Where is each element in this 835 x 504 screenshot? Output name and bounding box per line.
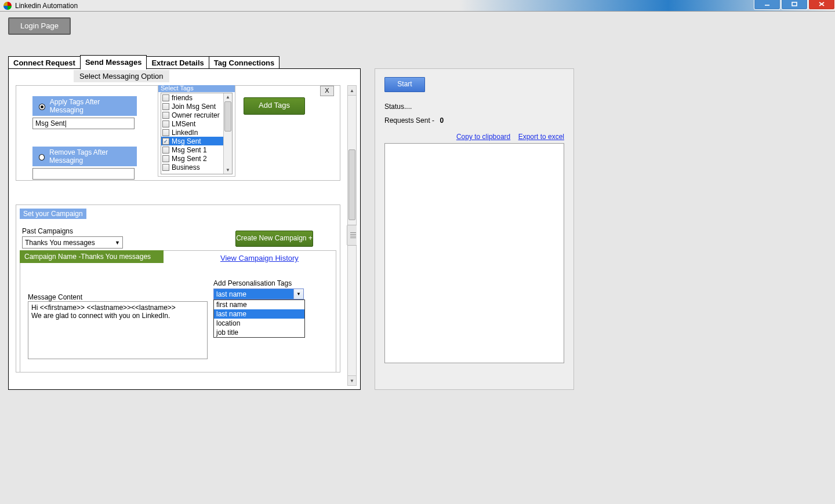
checkbox-icon[interactable] — [162, 94, 169, 101]
scroll-down-icon[interactable]: ▼ — [348, 375, 356, 385]
tags-list-inner: friends Join Msg Sent Owner recruiter LM… — [161, 93, 224, 174]
tag-item[interactable]: LMSent — [161, 119, 224, 128]
status-panel: Start Status.... Requests Sent - 0 Copy … — [375, 68, 574, 390]
campaign-section: Set your Campaign Past Campaigns Thanks … — [16, 204, 340, 372]
add-tags-button[interactable]: Add Tags — [244, 97, 305, 115]
tags-list[interactable]: friends Join Msg Sent Owner recruiter LM… — [161, 93, 233, 174]
checkbox-icon[interactable] — [162, 155, 169, 162]
scroll-thumb[interactable] — [348, 149, 355, 220]
scroll-up-icon[interactable]: ▲ — [224, 93, 232, 101]
send-messages-panel: Select Messaging Option Apply Tags After… — [8, 68, 361, 390]
tag-item[interactable]: Owner recruiter — [161, 111, 224, 119]
chevron-down-icon: ▼ — [293, 289, 303, 299]
title-bar: Linkedin Automation — [0, 0, 835, 12]
close-x-button[interactable]: X — [320, 86, 334, 96]
requests-line: Requests Sent - 0 — [384, 116, 564, 125]
window-title: Linkedin Automation — [15, 2, 78, 10]
scroll-area: Apply Tags After Messaging Remove Tags A… — [12, 85, 357, 386]
tab-send-messages[interactable]: Send Messages — [80, 55, 147, 70]
create-campaign-button[interactable]: Create New Campaign + — [235, 231, 313, 247]
view-campaign-history-link[interactable]: View Campaign History — [220, 254, 299, 262]
checkbox-icon[interactable] — [162, 120, 169, 127]
close-button[interactable] — [808, 0, 835, 10]
minimize-button[interactable] — [754, 0, 780, 10]
scroll-down-icon[interactable]: ▼ — [224, 166, 232, 174]
persona-option[interactable]: location — [214, 319, 304, 328]
past-campaigns-dropdown[interactable]: Thanks You messages ▼ — [22, 236, 123, 249]
tag-item[interactable]: Msg Sent 1 — [161, 145, 224, 154]
remove-tags-radio[interactable] — [39, 154, 45, 160]
chevron-down-icon: ▼ — [115, 240, 120, 246]
tag-item[interactable]: Join Msg Sent — [161, 102, 224, 111]
personalisation-dropdown[interactable]: last name ▼ — [213, 288, 304, 300]
minimize-icon — [764, 1, 771, 7]
requests-label: Requests Sent - — [384, 116, 434, 125]
checkbox-icon[interactable] — [162, 147, 169, 154]
past-campaigns-value: Thanks You messages — [25, 239, 95, 247]
subheader-wrap: Select Messaging Option — [9, 69, 360, 83]
login-page-button[interactable]: Login Page — [8, 17, 71, 35]
tag-item-selected[interactable]: ✓Msg Sent — [161, 137, 224, 145]
personalisation-label: Add Personalisation Tags — [213, 279, 292, 287]
persona-option[interactable]: first name — [214, 300, 304, 309]
tag-item[interactable]: Business — [161, 163, 224, 171]
personalisation-options-list[interactable]: first name last name location job title — [213, 300, 305, 338]
scroll-up-icon[interactable]: ▲ — [348, 86, 356, 96]
app-icon — [3, 2, 12, 10]
checkbox-icon[interactable] — [162, 103, 169, 110]
apply-tags-label: Apply Tags After Messaging — [50, 98, 133, 114]
apply-tags-row[interactable]: Apply Tags After Messaging — [32, 96, 137, 116]
tag-section: Apply Tags After Messaging Remove Tags A… — [16, 85, 340, 181]
remove-tags-input[interactable] — [32, 168, 135, 180]
checkbox-icon[interactable] — [162, 112, 169, 119]
personalisation-selected: last name — [214, 289, 293, 299]
messaging-option-button[interactable]: Select Messaging Option — [74, 70, 169, 82]
split-grip[interactable] — [347, 225, 357, 246]
remove-tags-label: Remove Tags After Messaging — [49, 148, 133, 165]
checkbox-icon[interactable] — [162, 164, 169, 171]
message-content-textarea[interactable] — [28, 301, 208, 359]
app-window: Linkedin Automation Login Page Connect R… — [0, 0, 835, 504]
tag-item[interactable]: LinkedIn — [161, 128, 224, 137]
maximize-button[interactable] — [781, 0, 808, 10]
svg-rect-1 — [792, 2, 797, 6]
message-content-label: Message Content — [28, 293, 82, 301]
scroll-thumb[interactable] — [224, 101, 231, 132]
apply-tags-radio[interactable] — [39, 104, 45, 110]
close-icon — [818, 1, 825, 7]
export-links: Copy to clipboard Export to excel — [384, 133, 564, 141]
checkbox-icon[interactable] — [162, 129, 169, 136]
select-tags-box: Select Tags friends Join Msg Sent Owner … — [158, 85, 235, 177]
select-tags-header: Select Tags — [158, 85, 235, 92]
checkbox-icon[interactable]: ✓ — [162, 138, 169, 145]
persona-option-highlighted[interactable]: last name — [214, 309, 304, 319]
export-excel-link[interactable]: Export to excel — [518, 133, 564, 141]
results-box — [384, 143, 564, 363]
persona-option[interactable]: job title — [214, 328, 304, 337]
status-text: Status.... — [384, 103, 564, 111]
tags-scrollbar[interactable]: ▲ ▼ — [223, 93, 232, 174]
start-button[interactable]: Start — [384, 77, 425, 92]
campaign-name-label: Campaign Name -Thanks You messages — [20, 250, 164, 263]
window-controls — [754, 0, 835, 10]
panel-scrollbar[interactable]: ▲ ▼ — [347, 85, 357, 386]
apply-tags-input[interactable] — [32, 118, 135, 129]
tag-item[interactable]: Msg Sent 2 — [161, 154, 224, 163]
remove-tags-row[interactable]: Remove Tags After Messaging — [32, 147, 137, 166]
requests-count: 0 — [440, 116, 444, 125]
copy-clipboard-link[interactable]: Copy to clipboard — [456, 133, 510, 141]
maximize-icon — [791, 1, 798, 7]
tag-item[interactable]: friends — [161, 93, 224, 102]
set-campaign-label: Set your Campaign — [20, 209, 86, 219]
